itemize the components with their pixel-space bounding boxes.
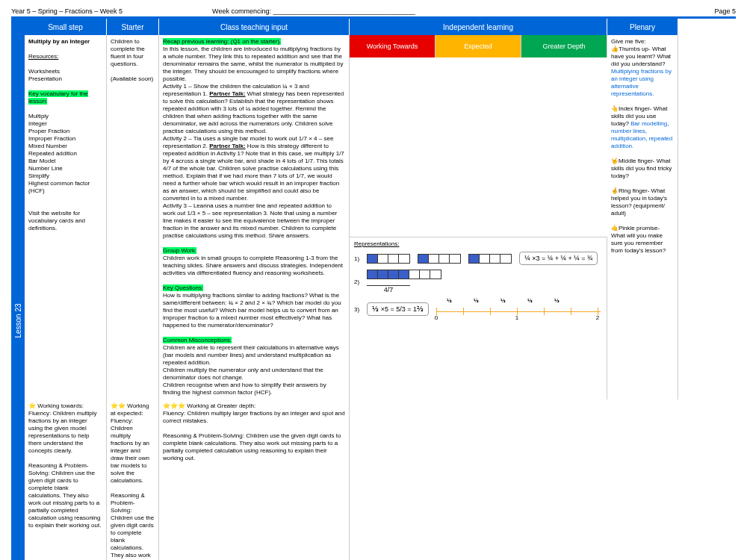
page-header: Year 5 – Spring – Fractions – Week 5 Wee…	[11, 7, 736, 15]
plenary-thumbs-blue: Multiplying fractions by an integer usin…	[611, 68, 672, 97]
bar-model-1a	[367, 254, 410, 264]
wt-heading: Working towards:	[36, 402, 84, 409]
ex-rps: Reasoning & Problem-Solving: Children us…	[111, 492, 154, 560]
recap-label: Recap previous learning: (Q1 on the star…	[163, 38, 281, 45]
rep-2-frac: 4/7	[367, 285, 410, 293]
page: Year 5 – Spring – Fractions – Week 5 Wee…	[0, 0, 747, 560]
teaching-intro: In this lesson, the children are introdu…	[163, 46, 343, 82]
starter-text: Children to complete the fluent in four …	[111, 38, 145, 67]
gd-cell: ⭐⭐⭐ Working at Greater depth: Fluency: C…	[159, 399, 350, 560]
resources-label: Resources:	[28, 53, 58, 60]
partner-talk-2-label: Partner Talk:	[209, 143, 245, 149]
rep-2-num: 2)	[354, 279, 359, 285]
star-icon: ⭐	[28, 402, 36, 409]
group-work: Children work in small groups to complet…	[163, 255, 343, 276]
vocab-list: Multiply Integer Proper Fraction Imprope…	[28, 113, 90, 194]
small-step-cell: Multiply by an Integer Resources: Worksh…	[25, 35, 107, 399]
week-commencing: Week commencing: _______________________…	[212, 7, 415, 15]
representations: Representations: 1) ¼ ×3 = ¼ + ¼ + ¼ = ¾…	[350, 237, 607, 399]
partner-talk-1-label: Partner Talk:	[209, 90, 245, 97]
lesson-tab: Lesson 23	[11, 19, 25, 560]
numline-lab: ⅓	[500, 298, 506, 304]
numline-lab: ⅓	[474, 298, 479, 304]
star-icon: ⭐⭐	[111, 402, 125, 409]
numline-num: 0	[435, 314, 438, 321]
wt-header: Working Towards	[350, 35, 436, 57]
numline-lab: ⅓	[554, 298, 560, 304]
activity-3: Activity 3 – Leanna uses a number line a…	[163, 202, 337, 239]
col-class-teaching: Class teaching input	[159, 19, 350, 35]
col-small-step: Small step	[25, 19, 107, 35]
misconceptions-label: Common Misconceptions:	[163, 337, 232, 343]
wt-cell: ⭐ Working towards: Fluency: Children mul…	[25, 399, 107, 560]
resources-list: Worksheets Presentation	[28, 68, 62, 82]
col-starter: Starter	[107, 19, 159, 35]
rep-1: 1) ¼ ×3 = ¼ + ¼ + ¼ = ¾	[354, 252, 602, 265]
reps-label: Representations:	[354, 240, 399, 247]
plenary-ring: 🤞Ring finger- What helped you in today's…	[611, 187, 667, 217]
col-independent: Independent learning	[350, 19, 607, 35]
wt-rps: Reasoning & Problem-Solving: Children us…	[28, 462, 101, 529]
ex-cell: ⭐⭐ Working at expected: Fluency: Childre…	[107, 399, 159, 560]
page-number: Page 5	[714, 7, 736, 15]
group-work-label: Group Work:	[163, 247, 196, 254]
rep-3: 3) ⅓ ×5 = 5/3 = 1⅔ ⅓ ⅓ ⅓ ⅓ ⅓ 0 1 2	[354, 298, 602, 320]
plenary-pinkie: 🤙Pinkie promise- What will you make sure…	[611, 225, 666, 254]
gd-header: Greater Depth	[521, 35, 607, 57]
bar-model-1c	[468, 254, 512, 264]
rep-3-eq: ⅓ ×5 = 5/3 = 1⅔	[367, 302, 429, 316]
header-title: Year 5 – Spring – Fractions – Week 5	[11, 7, 123, 15]
ex-header: Expected	[436, 35, 521, 57]
gd-fluency: Fluency: Children multiply larger fracti…	[163, 410, 345, 424]
rep-3-num: 3)	[354, 306, 359, 313]
rep-2: 2) 4/7	[354, 270, 602, 293]
rep-1-eq: ¼ ×3 = ¼ + ¼ + ¼ = ¾	[519, 252, 598, 265]
bar-model-1b	[418, 254, 461, 264]
ex-fluency: Fluency: Children multiply fractions by …	[111, 417, 149, 484]
main-content: Lesson 23 Small step Starter Class teach…	[11, 16, 736, 560]
numline-lab: ⅓	[527, 298, 533, 304]
plenary-cell: Give me five: 👍Thumbs up- What have you …	[607, 35, 678, 399]
bar-model-2	[367, 270, 441, 279]
plenary-intro: Give me five:	[611, 38, 646, 45]
key-questions: How is multiplying fractions similar to …	[163, 292, 341, 329]
lesson-grid: Small step Starter Class teaching input …	[25, 19, 736, 560]
key-questions-label: Key Questions:	[163, 284, 203, 291]
rep-1-num: 1)	[354, 255, 359, 262]
keyvocab-label: Key vocabulary for the lesson:	[28, 90, 88, 105]
lesson-title: Multiply by an Integer	[28, 38, 90, 45]
teaching-cell: Recap previous learning: (Q1 on the star…	[159, 35, 350, 399]
lesson-tab-label: Lesson 23	[14, 303, 22, 337]
gd-rps: Reasoning & Problem-Solving: Children us…	[163, 432, 341, 461]
partner-talk-2: How is this strategy different to repeat…	[163, 143, 344, 202]
vocab-footer: Visit the website for vocabulary cards a…	[28, 210, 85, 231]
starter-note: (Available soon)	[111, 75, 153, 82]
plenary-thumbs: 👍Thumbs up- What have you learnt? What d…	[611, 46, 671, 67]
numline-num: 2	[596, 314, 599, 321]
col-plenary: Plenary	[607, 19, 678, 35]
number-line: ⅓ ⅓ ⅓ ⅓ ⅓ 0 1 2	[436, 298, 601, 320]
numline-lab: ⅓	[447, 298, 452, 304]
wt-fluency: Fluency: Children multiply fractions by …	[28, 410, 97, 454]
star-icon: ⭐⭐⭐	[163, 402, 185, 409]
gd-heading: Working at Greater depth:	[185, 402, 255, 409]
plenary-middle: 🤟Middle finger- What skills did you find…	[611, 158, 672, 179]
misconceptions: Children are able to represent their cal…	[163, 344, 339, 396]
starter-cell: Children to complete the fluent in four …	[107, 35, 159, 399]
numline-num: 1	[515, 314, 518, 321]
